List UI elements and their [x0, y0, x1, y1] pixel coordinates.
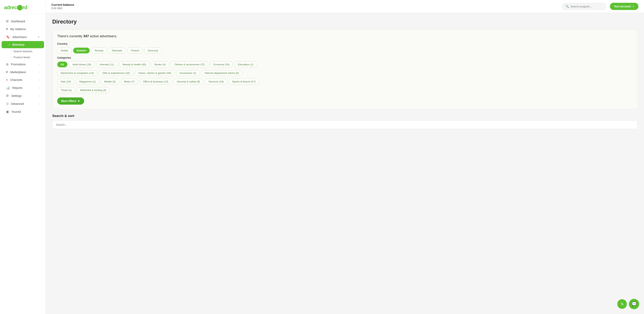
category-tag-animals[interactable]: Animals (11) [96, 61, 118, 67]
sidebar-item-reports[interactable]: 📊 Reports › [2, 84, 44, 92]
sidebar-item-search-banners[interactable]: Search banners [2, 48, 44, 54]
active-count-text: There's currently 347 active advertisers… [57, 34, 633, 38]
category-tag-home[interactable]: Home, interior & garden (55) [135, 70, 174, 76]
category-tag-clothes-accessories[interactable]: Clothes & accessories (37) [170, 61, 208, 67]
category-tag-mobile[interactable]: Mobile (5) [101, 79, 119, 84]
bookmark-icon: 🔖 [6, 35, 10, 39]
sidebar-item-label: Channels [10, 78, 22, 81]
search-sort-input-wrap [52, 120, 638, 129]
category-tags-row2: Electronics & computers (14) Gifts & exp… [57, 70, 633, 76]
sidebar-item-settings[interactable]: ⚙ Settings › [2, 92, 44, 100]
category-tag-adult-stores[interactable]: Adult stores (18) [69, 61, 95, 67]
sidebar-item-directory[interactable]: ● Directory [2, 41, 44, 48]
more-filters-button[interactable]: More filters ▼ [57, 97, 84, 105]
account-button[interactable]: Test account ▼ [610, 3, 638, 10]
header: Current balance 0.00 SEK 🔍 Test account … [46, 0, 644, 13]
account-button-label: Test account [614, 5, 631, 8]
logo-area: adrec⬤rd [0, 0, 46, 14]
logo-text-green: rec [10, 4, 17, 10]
sidebar-item-label: Dashboard [11, 20, 25, 23]
sidebar-item-label: Promotions [11, 63, 26, 66]
chevron-right-icon: › [39, 63, 40, 65]
sidebar-item-dashboard[interactable]: ⊞ Dashboard [2, 17, 44, 25]
category-tag-security[interactable]: Security & safety (9) [174, 79, 204, 84]
category-tag-all[interactable]: All [57, 61, 67, 67]
category-tags-row3: Kids (10) Magazines (1) Mobile (5) Motor… [57, 79, 633, 84]
chat-button[interactable]: 💬 [629, 299, 639, 309]
sidebar-item-label: My relations [10, 27, 26, 31]
category-tag-beauty-health[interactable]: Beauty & health (63) [119, 61, 150, 67]
category-tag-motor[interactable]: Motor (7) [120, 79, 138, 84]
category-tag-webhotel[interactable]: Webhotel & hosting (9) [76, 87, 110, 93]
category-tag-economy[interactable]: Economy (16) [210, 61, 233, 67]
country-tag-denmark[interactable]: Denmark [108, 48, 126, 53]
category-tag-magazines[interactable]: Magazines (1) [76, 79, 99, 84]
dashboard-icon: ⊞ [6, 19, 8, 23]
sidebar-item-label: Settings [11, 94, 22, 97]
balance-amount: 0.00 SEK [52, 7, 558, 10]
sidebar-item-advanced[interactable]: ⊙ Advanced › [2, 100, 44, 108]
sidebar-subitem-label: Directory [12, 43, 24, 46]
active-count-suffix: active advertisers. [90, 34, 117, 38]
category-tag-sports[interactable]: Sports & leisure (57) [228, 79, 259, 84]
country-tag-germany[interactable]: Germany [144, 48, 162, 53]
sidebar-item-label: YourAd [11, 110, 21, 113]
yourad-icon: ▣ [6, 110, 9, 114]
category-tag-travel[interactable]: Travel (4) [57, 87, 75, 93]
sort-button[interactable]: ⇅ [617, 299, 627, 309]
sidebar-subitem-label: Search banners [14, 50, 32, 53]
directory-search-input[interactable] [56, 123, 634, 126]
search-bar[interactable]: 🔍 [562, 3, 606, 10]
reports-icon: 📊 [6, 86, 10, 90]
sort-icon: ⇅ [621, 302, 624, 306]
sidebar-item-advertisers[interactable]: 🔖 Advertisers ▼ [2, 33, 44, 41]
sidebar: adrec⬤rd ⊞ Dashboard ♥ My relations 🔖 Ad… [0, 0, 46, 314]
search-icon: 🔍 [566, 5, 569, 8]
category-tag-office[interactable]: Office & business (13) [140, 79, 172, 84]
category-tag-education[interactable]: Education (1) [234, 61, 256, 67]
sidebar-item-label: Advertisers [12, 35, 27, 39]
category-tags-row4: Travel (4) Webhotel & hosting (9) [57, 87, 633, 93]
settings-icon: ⚙ [6, 94, 9, 98]
account-dropdown-caret: ▼ [632, 5, 634, 7]
category-tag-books[interactable]: Books (4) [151, 61, 169, 67]
sidebar-item-marketplace[interactable]: ♥ Marketplace › [2, 68, 44, 76]
chat-icon: 💬 [632, 302, 637, 307]
chevron-right-icon: › [39, 71, 40, 73]
chevron-down-icon: ▼ [38, 36, 40, 38]
active-count-number: 347 [83, 34, 89, 38]
sidebar-item-product-feeds[interactable]: Product feeds [2, 54, 44, 60]
heart-icon: ♥ [6, 27, 8, 31]
sidebar-item-yourad[interactable]: ▣ YourAd › [2, 108, 44, 116]
main-content: Current balance 0.00 SEK 🔍 Test account … [46, 0, 644, 314]
sidebar-item-channels[interactable]: ≡ Channels › [2, 76, 44, 84]
country-tag-norway[interactable]: Norway [91, 48, 107, 53]
chevron-right-icon: › [39, 87, 40, 89]
country-tag-finland[interactable]: Finland [127, 48, 143, 53]
country-tag-global[interactable]: Global [57, 48, 72, 53]
category-tag-insurances[interactable]: Insurances (2) [176, 70, 200, 76]
sidebar-nav: ⊞ Dashboard ♥ My relations 🔖 Advertisers… [0, 14, 46, 119]
country-tag-sweden[interactable]: Sweden [73, 48, 90, 53]
page-title: Directory [52, 18, 638, 25]
more-filters-caret: ▼ [77, 99, 80, 103]
category-tag-gifts[interactable]: Gifts & experiences (32) [99, 70, 133, 76]
category-tag-kids[interactable]: Kids (10) [57, 79, 74, 84]
search-input[interactable] [570, 5, 602, 8]
bottom-action-buttons: ⇅ 💬 [617, 299, 639, 309]
category-tag-services[interactable]: Services (18) [205, 79, 227, 84]
search-sort-label: Search & sort [52, 114, 638, 118]
sidebar-item-promotions[interactable]: ⊕ Promotions › [2, 60, 44, 68]
chevron-right-icon: › [39, 95, 40, 97]
more-filters-label: More filters [61, 99, 76, 103]
sidebar-subitem-label: Product feeds [14, 56, 30, 59]
category-tag-internet[interactable]: Internet department stores (6) [201, 70, 242, 76]
active-count-prefix: There's currently [57, 34, 82, 38]
logo: adrec⬤rd [4, 4, 42, 10]
chevron-right-icon: › [39, 79, 40, 81]
categories-label: Categories [57, 56, 633, 59]
sidebar-item-my-relations[interactable]: ♥ My relations [2, 25, 44, 33]
filter-box: There's currently 347 active advertisers… [52, 30, 638, 109]
sidebar-item-label: Marketplace [10, 70, 26, 74]
category-tag-electronics[interactable]: Electronics & computers (14) [57, 70, 97, 76]
